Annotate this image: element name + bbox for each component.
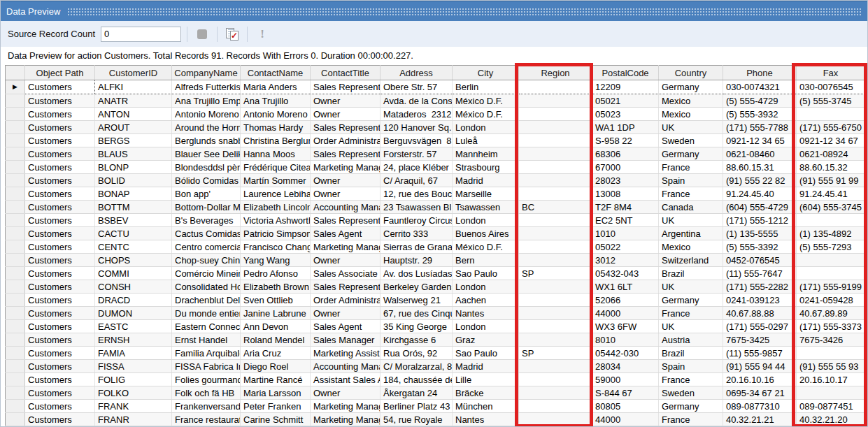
cell[interactable]: Bólido Comidas p [172,174,241,187]
cell[interactable]: (171) 555-0297 [723,320,797,333]
cell[interactable] [797,108,865,121]
cell[interactable]: 40.67.89.89 [797,307,865,320]
cell[interactable]: Mannheim [453,147,519,161]
cell[interactable]: 0241-039123 [723,294,797,307]
cell[interactable]: 67000 [592,161,659,174]
cell[interactable]: BOLID [95,174,172,187]
cell[interactable]: (171) 555-6750 [797,121,865,134]
cell[interactable]: 1010 [592,227,659,240]
cell[interactable]: Frankenversand [172,400,241,413]
cell[interactable]: Bräcke [453,386,519,400]
cell[interactable]: S-844 67 [592,386,659,400]
cell[interactable]: Eastern Connecti [172,320,241,333]
cell[interactable]: FRANK [95,400,172,413]
cell[interactable]: 0921-12 34 65 [723,134,797,147]
cell[interactable]: (91) 555 91 99 [797,174,865,187]
cell[interactable]: BLAUS [95,147,172,161]
cell[interactable]: 91.24.45.41 [797,187,865,201]
cell[interactable]: 0621-08460 [723,147,797,161]
cell[interactable]: 0452-076545 [723,254,797,267]
cell[interactable]: Customers [25,201,95,214]
cell[interactable]: Assistant Sales A [311,373,380,386]
cell[interactable]: ANTON [95,108,172,121]
row-selector[interactable] [6,413,25,426]
cell[interactable]: Owner [311,108,380,121]
cell[interactable]: Marketing Assista [311,347,380,360]
row-selector[interactable] [6,121,25,134]
cell[interactable]: Fauntleroy Circus [380,214,453,227]
cell[interactable]: France [659,413,723,426]
cell[interactable]: Owner [311,386,380,400]
cell[interactable]: Strasbourg [453,161,519,174]
cell[interactable] [797,347,865,360]
row-selector[interactable] [6,347,25,360]
cell[interactable]: Sales Manager [311,333,380,347]
cell[interactable]: BONAP [95,187,172,201]
cell[interactable]: Maria Anders [241,80,311,94]
cell[interactable] [519,360,592,373]
row-selector[interactable] [6,294,25,307]
cell[interactable]: Germany [659,80,723,94]
cell[interactable]: (5) 555-4729 [723,94,797,108]
cell[interactable]: Customers [25,214,95,227]
cell[interactable]: Sven Ottlieb [241,294,311,307]
cell[interactable]: (604) 555-4729 [723,201,797,214]
cell[interactable]: France [659,373,723,386]
cell[interactable]: 7675-3426 [797,333,865,347]
cell[interactable]: 28023 [592,174,659,187]
cell[interactable]: 0621-08924 [797,147,865,161]
cell[interactable]: Germany [659,400,723,413]
column-header-region[interactable]: Region [519,66,592,80]
cell[interactable]: (171) 555-9199 [797,280,865,294]
cell[interactable]: Marketing Manag [311,413,380,426]
cell[interactable] [519,294,592,307]
cell[interactable]: Pedro Afonso [241,267,311,280]
cell[interactable]: Aria Cruz [241,347,311,360]
cell[interactable]: T2F 8M4 [592,201,659,214]
cell[interactable]: London [453,280,519,294]
cell[interactable] [519,373,592,386]
cell[interactable]: Graz [453,333,519,347]
cell[interactable]: Sales Agent [311,320,380,333]
cell[interactable]: Ann Devon [241,320,311,333]
cell[interactable]: Folk och fä HB [172,386,241,400]
grid-corner-cell[interactable] [6,66,25,80]
cell[interactable]: Sales Representa [311,147,380,161]
cell[interactable] [797,386,865,400]
cell[interactable]: ALFKI [95,80,172,94]
row-selector[interactable] [6,400,25,413]
cell[interactable] [519,386,592,400]
cell[interactable]: UK [659,320,723,333]
cell[interactable]: Christina Berglun [241,134,311,147]
cell[interactable]: DRACD [95,294,172,307]
cell[interactable] [519,307,592,320]
row-selector[interactable] [6,94,25,108]
cell[interactable]: Owner [311,254,380,267]
cell[interactable]: Customers [25,134,95,147]
cell[interactable]: Blondesddsl père [172,161,241,174]
cell[interactable]: BOTTM [95,201,172,214]
cell[interactable]: Sales Representa [311,121,380,134]
cell[interactable]: Accounting Mana [311,360,380,373]
row-selector[interactable] [6,187,25,201]
cell[interactable]: 59000 [592,373,659,386]
source-record-count-input[interactable] [101,27,181,42]
cell[interactable]: Order Administrat [311,134,380,147]
cell[interactable]: Antonio Moreno [241,108,311,121]
cell[interactable]: 12209 [592,80,659,94]
row-selector[interactable] [6,161,25,174]
cell[interactable]: BLONP [95,161,172,174]
cell[interactable]: Marketing Manag [311,240,380,254]
cell[interactable]: London [453,320,519,333]
cell[interactable]: Sweden [659,134,723,147]
cell[interactable]: Aachen [453,294,519,307]
cell[interactable]: 20.16.10.16 [723,373,797,386]
cell[interactable]: 40.32.21.21 [723,413,797,426]
cell[interactable]: 91.24.45.40 [723,187,797,201]
cell[interactable]: Avda. de la Const [380,94,453,108]
row-selector[interactable] [6,386,25,400]
row-selector[interactable] [6,147,25,161]
cell[interactable]: Customers [25,80,95,94]
cell[interactable]: Mexico [659,240,723,254]
cell[interactable] [797,267,865,280]
